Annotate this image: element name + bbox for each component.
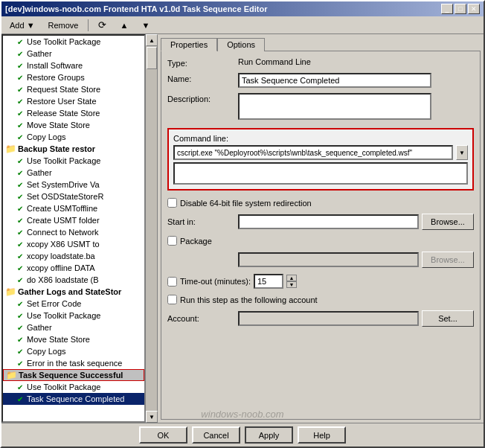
apply-button[interactable]: Apply — [245, 426, 293, 444]
command-multiline-area[interactable] — [173, 162, 468, 185]
tree-item-label: Error in the task sequence — [27, 359, 122, 368]
command-scroll-button[interactable]: ▼ — [456, 145, 468, 160]
tree-item[interactable]: ✔ Set Error Code — [3, 298, 144, 310]
check-icon: ✔ — [15, 132, 25, 142]
check-icon: ✔ — [15, 179, 25, 190]
account-row: Account: Set... — [167, 310, 474, 327]
properties-panel: Properties Options Type: Run Command Lin… — [158, 34, 484, 423]
tree-item[interactable]: ✔ Error in the task sequence — [3, 357, 144, 369]
tree-item-label: do X86 loadstate (B — [27, 275, 99, 284]
account-field[interactable] — [238, 311, 419, 326]
tree-item[interactable]: ✔ Gather — [3, 167, 144, 179]
tree-item[interactable]: ✔ xcopy loadstate.ba — [3, 250, 144, 262]
start-in-label: Start in: — [167, 217, 238, 226]
type-label: Type: — [167, 57, 238, 68]
tree-item-label: Use Toolkit Package — [27, 311, 100, 320]
minimize-button[interactable]: _ — [441, 4, 453, 14]
up-button[interactable]: ▲ — [115, 19, 133, 31]
tree-item-label: Gather — [27, 49, 52, 58]
tab-options[interactable]: Options — [217, 38, 265, 51]
folder-icon: 📁 — [5, 369, 17, 381]
run-as-checkbox[interactable] — [167, 295, 177, 304]
disable-64bit-row: Disable 64-bit file system redirection — [167, 198, 474, 208]
tree-item[interactable]: ✔ Move State Store — [3, 333, 144, 345]
name-field[interactable] — [238, 73, 431, 88]
tree-item[interactable]: ✔ Use Toolkit Package — [3, 381, 144, 393]
tree-item-label: Copy Logs — [27, 132, 66, 141]
check-icon: ✔ — [15, 72, 25, 83]
scroll-up-arrow[interactable]: ▲ — [146, 34, 158, 46]
tree-item[interactable]: ✔ Gather — [3, 321, 144, 333]
tree-group-successful[interactable]: 📁 Task Sequence Successful — [3, 369, 144, 381]
check-icon: ✔ — [15, 251, 25, 261]
tree-item-label: Gather — [27, 168, 52, 177]
tree-panel: ✔ Use Toolkit Package ✔ Gather ✔ Install… — [1, 34, 145, 423]
browse-button[interactable]: Browse... — [422, 214, 474, 230]
spin-up[interactable]: ▲ — [286, 275, 297, 281]
scroll-thumb[interactable] — [147, 47, 157, 69]
browse-button-2[interactable]: Browse... — [422, 252, 474, 268]
cancel-button[interactable]: Cancel — [192, 426, 240, 444]
tree-item-completed[interactable]: ✔ Task Sequence Completed — [3, 393, 144, 405]
refresh-button[interactable]: ⟳ — [93, 18, 112, 32]
timeout-field[interactable] — [254, 274, 283, 289]
command-line-field[interactable] — [173, 145, 453, 160]
tree-item[interactable]: ✔ xcopy X86 USMT to — [3, 238, 144, 250]
start-in-field[interactable] — [238, 214, 419, 229]
timeout-row: Time-out (minutes): ▲ ▼ — [167, 274, 474, 289]
tree-item[interactable]: ✔ Restore User State — [3, 95, 144, 107]
tree-item[interactable]: ✔ Release State Store — [3, 107, 144, 119]
check-icon: ✔ — [15, 298, 25, 309]
timeout-spinner[interactable]: ▲ ▼ — [286, 275, 297, 288]
tree-item-label: Install Software — [27, 61, 83, 70]
remove-button[interactable]: Remove — [43, 19, 84, 31]
tree-group-gather[interactable]: 📁 Gather Logs and StateStor — [3, 286, 144, 298]
tree-item[interactable]: ✔ Copy Logs — [3, 131, 144, 143]
tree-item[interactable]: ✔ Set SystemDrive Va — [3, 179, 144, 191]
package-checkbox[interactable] — [167, 236, 177, 246]
tree-item-label: Use Toolkit Package — [27, 383, 100, 391]
tree-item[interactable]: ✔ Create USMToffline — [3, 202, 144, 214]
tree-item[interactable]: ✔ Gather — [3, 48, 144, 60]
tree-item[interactable]: ✔ Copy Logs — [3, 345, 144, 357]
tab-properties[interactable]: Properties — [161, 38, 217, 51]
tree-item[interactable]: ✔ Restore Groups — [3, 71, 144, 83]
scroll-down-arrow[interactable]: ▼ — [146, 411, 158, 423]
timeout-checkbox[interactable] — [167, 277, 177, 287]
spin-down[interactable]: ▼ — [286, 281, 297, 288]
help-button[interactable]: Help — [298, 426, 346, 444]
tree-item[interactable]: ✔ Use Toolkit Package — [3, 310, 144, 321]
check-icon: ✔ — [15, 48, 25, 59]
tree-item-label: Set OSDStateStoreR — [27, 192, 103, 201]
check-icon: ✔ — [15, 120, 25, 130]
tree-item[interactable]: ✔ Create USMT folder — [3, 214, 144, 226]
set-button[interactable]: Set... — [422, 310, 474, 327]
tree-item[interactable]: ✔ Use Toolkit Package — [3, 155, 144, 167]
ok-button[interactable]: OK — [139, 426, 187, 444]
description-label: Description: — [167, 93, 238, 103]
close-button[interactable]: ✕ — [468, 4, 480, 14]
folder-icon: 📁 — [4, 143, 16, 155]
description-field[interactable] — [238, 93, 431, 120]
tree-item[interactable]: ✔ Request State Store — [3, 83, 144, 95]
tree-scrollbar[interactable]: ▲ ▼ — [145, 34, 157, 423]
tree-item[interactable]: ✔ xcopy offline DATA — [3, 262, 144, 274]
tree-group-backup[interactable]: 📁 Backup State restor — [3, 143, 144, 155]
disable-64bit-checkbox[interactable] — [167, 198, 177, 208]
tree-item-label: Create USMT folder — [27, 216, 100, 225]
maximize-button[interactable]: □ — [455, 4, 466, 14]
tree-item[interactable]: ✔ Install Software — [3, 60, 144, 71]
add-button[interactable]: Add ▼ — [4, 19, 40, 31]
down-button[interactable]: ▼ — [136, 19, 155, 31]
tree-item[interactable]: ✔ Set OSDStateStoreR — [3, 191, 144, 202]
tree-item-label: Use Toolkit Package — [27, 156, 100, 165]
check-icon: ✔ — [15, 275, 25, 285]
tree-item[interactable]: ✔ Connect to Network — [3, 226, 144, 238]
tree-item[interactable]: ✔ do X86 loadstate (B — [3, 274, 144, 286]
tree-item[interactable]: ✔ Use Toolkit Package — [3, 36, 144, 48]
package-field[interactable] — [238, 252, 419, 267]
tree-item[interactable]: ✔ Move State Store — [3, 119, 144, 131]
run-as-row: Run this step as the following account — [167, 295, 474, 304]
check-icon: ✔ — [15, 108, 25, 118]
window-title: [dev]windows-noob.com Frontend HTA v1.0d… — [5, 4, 267, 13]
